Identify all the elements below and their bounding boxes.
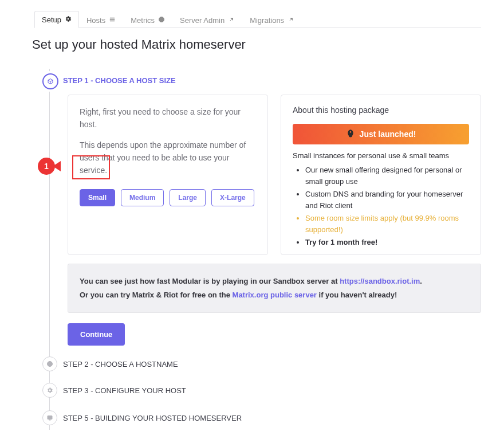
external-icon xyxy=(228,16,235,25)
tab-label: Metrics xyxy=(131,16,155,25)
step1-title: STEP 1 - CHOOSE A HOST SIZE xyxy=(63,76,176,85)
step2-node-icon xyxy=(42,356,57,371)
tab-metrics[interactable]: Metrics xyxy=(123,11,172,28)
package-item: Our new small offering designed for pers… xyxy=(305,164,469,187)
just-launched-pill: Just launched! xyxy=(293,124,469,144)
size-buttons: Small Medium Large X-Large xyxy=(80,189,256,206)
package-subhead: Small instances for personal use & small… xyxy=(293,151,469,160)
continue-button[interactable]: Continue xyxy=(68,323,125,346)
choose-size-text2: This depends upon the approximate number… xyxy=(80,139,256,177)
tab-migrations[interactable]: Migrations xyxy=(242,11,302,28)
step2-title: STEP 2 - CHOOSE A HOSTNAME xyxy=(63,360,178,369)
step1-panel: Right, first you need to choose a size f… xyxy=(68,95,481,346)
info-text: . xyxy=(420,277,422,285)
tab-bar: Setup Hosts Metrics Server Admin Migrati… xyxy=(34,10,481,28)
info-strip: You can see just how fast Modular is by … xyxy=(68,264,481,313)
package-list: Our new small offering designed for pers… xyxy=(293,164,469,248)
step5-title: STEP 5 - BUILDING YOUR HOSTED HOMESERVER xyxy=(63,414,242,422)
choose-size-card: Right, first you need to choose a size f… xyxy=(68,95,268,255)
info-text: Or you can try Matrix & Riot for free on… xyxy=(80,291,233,299)
tab-server-admin[interactable]: Server Admin xyxy=(172,11,242,28)
rocket-icon xyxy=(346,129,355,140)
tab-label: Hosts xyxy=(86,16,105,25)
package-item-warning: Some room size limits apply (but 99.9% r… xyxy=(305,213,469,236)
just-launched-label: Just launched! xyxy=(360,130,416,139)
step3-title: STEP 3 - CONFIGURE YOUR HOST xyxy=(63,386,186,395)
about-package-heading: About this hosting package xyxy=(293,105,469,115)
callout-marker: 1 xyxy=(38,158,63,175)
list-icon xyxy=(109,16,116,25)
size-large-button[interactable]: Large xyxy=(170,189,206,206)
timeline-line xyxy=(49,69,50,430)
tab-label: Setup xyxy=(42,15,61,24)
step5-node-icon xyxy=(42,410,57,425)
tab-label: Server Admin xyxy=(180,16,225,25)
step1-node-icon xyxy=(42,73,58,89)
size-xlarge-button[interactable]: X-Large xyxy=(211,189,254,206)
step3-node-icon xyxy=(42,383,57,398)
info-text: You can see just how fast Modular is by … xyxy=(80,277,340,285)
clock-icon xyxy=(158,16,165,25)
sandbox-link[interactable]: https://sandbox.riot.im xyxy=(340,277,420,285)
svg-rect-2 xyxy=(48,416,52,420)
external-icon xyxy=(288,16,294,25)
callout-number: 1 xyxy=(38,158,55,175)
info-text: if you haven't already! xyxy=(317,291,397,299)
matrix-org-link[interactable]: Matrix.org public server xyxy=(233,291,317,299)
package-item: Custom DNS and branding for your homeser… xyxy=(305,189,469,211)
tab-hosts[interactable]: Hosts xyxy=(79,11,123,28)
size-small-button[interactable]: Small xyxy=(80,189,115,206)
package-item-try-free: Try for 1 month free! xyxy=(305,237,469,248)
about-package-card: About this hosting package Just launched… xyxy=(281,95,481,255)
choose-size-text1: Right, first you need to choose a size f… xyxy=(80,105,256,131)
settings-icon xyxy=(65,15,72,24)
tab-setup[interactable]: Setup xyxy=(34,11,79,28)
size-medium-button[interactable]: Medium xyxy=(121,189,164,206)
tab-label: Migrations xyxy=(250,16,284,25)
page-title: Set up your hosted Matrix homeserver xyxy=(32,37,246,52)
